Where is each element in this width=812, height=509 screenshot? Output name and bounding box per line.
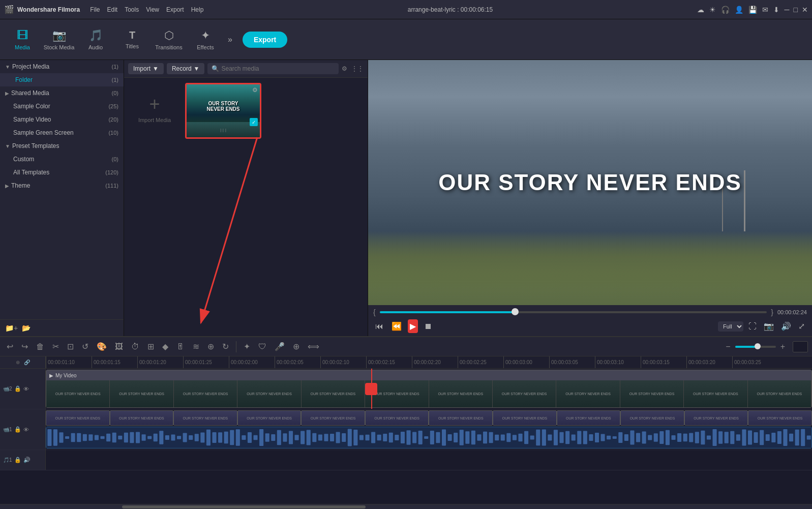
eye-icon-v[interactable]: 👁 — [23, 386, 29, 392]
play-button[interactable]: ▶ — [408, 319, 418, 333]
search-input[interactable] — [221, 65, 335, 72]
color-button[interactable]: 🎨 — [94, 340, 109, 353]
sun-icon[interactable]: ☀ — [709, 6, 716, 14]
download-icon[interactable]: ⬇ — [773, 6, 779, 14]
redo-button[interactable]: ↪ — [19, 340, 31, 353]
toolbar-more-button[interactable]: » — [225, 35, 235, 44]
zoom-slider[interactable] — [735, 346, 776, 348]
timeline-scrollbar[interactable] — [0, 504, 812, 509]
add-folder-icon[interactable]: 📁+ — [5, 324, 18, 332]
theme-item[interactable]: ▶ Theme (111) — [0, 179, 124, 192]
stop-button[interactable]: ⏹ — [422, 320, 434, 333]
toolbar-titles-button[interactable]: T Titles — [115, 22, 149, 57]
toolbar-stock-media-button[interactable]: 📷 Stock Media — [42, 22, 76, 57]
vol-icon-m[interactable]: 🔊 — [23, 457, 31, 463]
save-icon[interactable]: 💾 — [748, 6, 757, 14]
audio-button[interactable]: 🎚 — [174, 341, 187, 353]
ripple-button[interactable]: ⊕ — [205, 340, 217, 353]
svg-rect-38 — [265, 433, 269, 442]
delete-button[interactable]: 🗑 — [34, 341, 47, 353]
sample-green-screen-item[interactable]: Sample Green Screen (10) — [0, 126, 124, 139]
scrollbar-thumb[interactable] — [122, 505, 366, 508]
mic-btn[interactable]: 🎤 — [272, 340, 287, 353]
sample-video-item[interactable]: Sample Video (20) — [0, 113, 124, 126]
project-media-item[interactable]: ▼ Project Media (1) — [0, 60, 124, 73]
grid-icon[interactable]: ⋮⋮ — [351, 65, 364, 72]
folder-icon[interactable]: 📂 — [22, 324, 31, 332]
bracket-right[interactable]: } — [771, 308, 773, 316]
minimize-button[interactable]: ─ — [785, 6, 790, 14]
cloud-icon[interactable]: ☁ — [697, 6, 704, 14]
link-icon[interactable]: 🔗 — [24, 360, 30, 365]
preset-templates-item[interactable]: ▼ Preset Templates — [0, 139, 124, 153]
svg-rect-67 — [436, 432, 440, 443]
svg-rect-57 — [377, 435, 381, 440]
svg-rect-125 — [777, 431, 781, 444]
shared-media-item[interactable]: ▶ Shared Media (0) — [0, 86, 124, 100]
fullscreen-button[interactable]: ⛶ — [746, 320, 759, 333]
effect-btn[interactable]: ✦ — [241, 340, 253, 353]
thumb-preview: OUR STORYNEVER ENDS ||| — [187, 84, 260, 128]
fit-button[interactable]: ⤢ — [796, 319, 807, 333]
snapshot-button[interactable]: 📷 — [762, 319, 776, 333]
menu-tools[interactable]: Tools — [125, 6, 139, 13]
svg-rect-28 — [206, 430, 210, 445]
headphone-icon[interactable]: 🎧 — [721, 6, 730, 14]
custom-item[interactable]: Custom (0) — [0, 153, 124, 166]
lock-icon-m[interactable]: 🔒 — [14, 457, 21, 463]
loop-button[interactable]: ↻ — [220, 340, 231, 353]
import-button[interactable]: Import ▼ — [128, 63, 164, 74]
overlay-btn[interactable]: ⊕ — [290, 340, 302, 353]
menu-export[interactable]: Export — [166, 6, 184, 13]
mask-btn[interactable]: 🛡 — [256, 341, 269, 353]
sample-color-item[interactable]: Sample Color (25) — [0, 100, 124, 113]
audio-waveform-block[interactable] — [46, 427, 812, 448]
preview-panel: OUR STORY NEVER ENDS { } 00:00:02:24 ⏮ ⏪… — [368, 60, 812, 336]
zoom-in-button[interactable]: + — [778, 341, 788, 353]
marker-button[interactable]: ◆ — [160, 340, 171, 353]
zoom-out-button[interactable]: − — [723, 341, 733, 353]
add-track-icon[interactable]: ⊕ — [16, 360, 20, 365]
toolbar-transitions-button[interactable]: ⬡ Transitions — [152, 22, 186, 57]
menu-edit[interactable]: Edit — [107, 6, 117, 13]
titlebar: 🎬 Wondershare Filmora File Edit Tools Vi… — [0, 0, 812, 19]
svg-rect-42 — [289, 431, 293, 444]
user-icon[interactable]: 👤 — [735, 6, 743, 14]
speed-button[interactable]: ⏱ — [129, 341, 142, 353]
import-media-area[interactable]: + Import Media — [129, 83, 180, 134]
menu-file[interactable]: File — [90, 6, 100, 13]
rotation-button[interactable]: ↺ — [79, 340, 91, 353]
close-button[interactable]: ✕ — [802, 6, 808, 14]
step-back-button[interactable]: ⏪ — [389, 319, 404, 333]
quality-select[interactable]: Full — [718, 321, 743, 332]
image-button[interactable]: 🖼 — [112, 341, 126, 353]
waveform-button[interactable]: ≋ — [190, 340, 202, 353]
lock-icon-v[interactable]: 🔒 — [14, 385, 21, 392]
video-block[interactable]: ▶ My Video OUR STORY NEVER ENDSOUR STORY… — [46, 370, 812, 408]
menu-view[interactable]: View — [146, 6, 159, 13]
svg-rect-80 — [513, 435, 517, 440]
toolbar-audio-button[interactable]: 🎵 Audio — [78, 22, 113, 57]
all-templates-item[interactable]: All Templates (120) — [0, 166, 124, 179]
scale-button[interactable]: ⊞ — [145, 340, 157, 353]
lock-icon-a[interactable]: 🔒 — [14, 426, 21, 433]
undo-button[interactable]: ↩ — [4, 340, 16, 353]
menu-help[interactable]: Help — [191, 6, 204, 13]
export-button[interactable]: Export — [243, 32, 287, 48]
volume-button[interactable]: 🔊 — [779, 319, 793, 333]
eye-icon-a[interactable]: 👁 — [23, 427, 29, 433]
bracket-left[interactable]: { — [373, 308, 376, 316]
rewind-to-start-button[interactable]: ⏮ — [373, 320, 385, 333]
toolbar-effects-button[interactable]: ✦ Effects — [188, 22, 223, 57]
toolbar-media-button[interactable]: 🎞 Media — [5, 22, 40, 57]
cut-button[interactable]: ✂ — [50, 340, 62, 353]
extend-btn[interactable]: ⟺ — [305, 340, 322, 353]
media-thumbnail[interactable]: OUR STORYNEVER ENDS ||| ▶ My Video ✓ ⚙ — [185, 83, 261, 139]
record-button[interactable]: Record ▼ — [167, 63, 205, 74]
maximize-button[interactable]: □ — [794, 6, 798, 14]
filter-icon[interactable]: ⚙ — [342, 65, 347, 72]
mail-icon[interactable]: ✉ — [762, 6, 768, 14]
folder-item[interactable]: Folder (1) — [0, 73, 124, 86]
seekbar[interactable] — [380, 311, 767, 313]
crop-button[interactable]: ⊡ — [65, 340, 76, 353]
